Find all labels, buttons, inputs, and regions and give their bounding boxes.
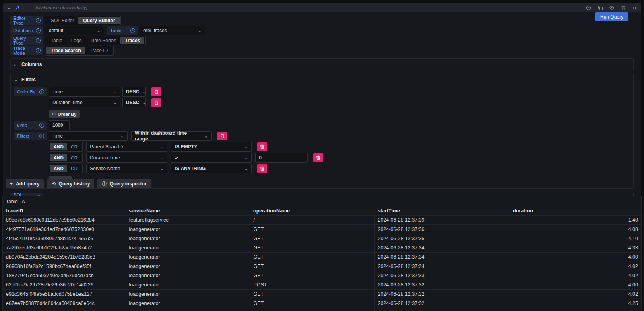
filter-operator-select[interactable]: Within dashboard time range⌄ — [131, 131, 212, 141]
hide-response-eye-icon[interactable] — [609, 5, 615, 10]
chevron-right-icon: › — [14, 62, 18, 67]
remove-query-trash-icon[interactable] — [621, 5, 626, 10]
filter-value-input[interactable]: 0 — [255, 153, 308, 163]
trace-mode-trace-id[interactable]: Trace ID — [85, 47, 113, 54]
trace-id-cell[interactable]: db9704a2bbda34204d159c71b78283e3 — [3, 253, 126, 262]
editor-type-query-builder[interactable]: Query Builder — [78, 17, 119, 24]
query-type-row: Query Type i Table Logs Time Series Trac… — [10, 36, 634, 45]
remove-order-by-button[interactable] — [151, 98, 161, 107]
duration-cell: 1.40 — [510, 216, 641, 225]
filters-section-header[interactable]: ⌄ Filters — [14, 76, 630, 83]
chevron-down-icon: ⌄ — [244, 156, 248, 159]
columns-section-header[interactable]: › Columns — [14, 61, 630, 68]
info-icon[interactable]: i — [36, 48, 41, 53]
order-by-direction-select[interactable]: DESC⌄ — [122, 98, 146, 107]
table-row: 89dc7e8c6060c0d12de7e9b50c216284featuref… — [3, 216, 641, 225]
filter-field-select[interactable]: Parent Span ID⌄ — [86, 142, 167, 152]
collapse-chevron-icon[interactable]: ⌄ — [7, 5, 11, 10]
add-query-button[interactable]: + Add query — [6, 179, 44, 188]
trace-id-cell[interactable]: 62df1ec9a29728c9e29536c20d140226 — [3, 280, 126, 290]
database-select[interactable]: default⌄ — [45, 26, 104, 35]
remove-filter-button[interactable] — [313, 153, 323, 162]
trace-id-cell[interactable]: e91c3645f04fa5e58adcd0758e1ea127 — [3, 290, 126, 299]
query-inspector-button[interactable]: ⓘ Query inspector — [97, 179, 151, 188]
start-time-cell: 2024-06-28 12:37:34 — [374, 253, 510, 262]
operation-name-cell: GET — [250, 271, 374, 280]
info-icon[interactable]: i — [130, 28, 135, 33]
trace-id-cell[interactable]: 4f45c21918c73698057a8b1c741657c6 — [3, 234, 126, 243]
plus-circle-icon: ⊕ — [52, 111, 56, 117]
column-header-servicename[interactable]: serviceName — [126, 206, 250, 216]
or-option[interactable]: OR — [67, 143, 81, 150]
results-table-panel: Table - A traceID serviceName operationN… — [2, 196, 642, 311]
query-type-traces[interactable]: Traces — [120, 37, 144, 44]
filter-row-duration: AND OR Duration Time⌄ >⌄ 0 — [14, 153, 630, 163]
filter-field-select[interactable]: Service Name⌄ — [86, 164, 167, 173]
trace-id-cell[interactable] — [3, 308, 126, 311]
query-history-button[interactable]: ⟲ Query history — [47, 179, 94, 188]
table-select[interactable]: otel_traces⌄ — [140, 26, 205, 35]
editor-type-label: Editor Type i — [10, 16, 43, 25]
chevron-down-icon: ⌄ — [113, 101, 117, 104]
help-icon[interactable] — [586, 5, 591, 10]
start-time-cell: 2024-06-28 12:37:36 — [374, 225, 510, 234]
or-option[interactable]: OR — [67, 154, 81, 161]
table-row: e91c3645f04fa5e58adcd0758e1ea127loadgene… — [3, 290, 641, 299]
and-option[interactable]: AND — [50, 165, 67, 172]
filter-operator-select[interactable]: >⌄ — [171, 153, 252, 163]
operation-name-cell — [250, 308, 374, 311]
table-row: 4f497571a618e364ed7ded60752030e0loadgene… — [3, 225, 641, 234]
info-icon[interactable]: i — [36, 38, 41, 43]
info-icon[interactable]: i — [39, 134, 44, 138]
start-time-cell: 2024-06-28 12:37:35 — [374, 234, 510, 243]
trace-id-cell[interactable]: 7a2f07ecf63c60b1029ab2ac155874a2 — [3, 243, 126, 253]
and-option[interactable]: AND — [50, 154, 67, 161]
query-type-table[interactable]: Table — [46, 37, 67, 44]
duration-cell: 4.02 — [510, 271, 641, 280]
info-icon[interactable]: i — [36, 28, 41, 33]
column-header-starttime[interactable]: startTime — [374, 206, 510, 216]
column-header-traceid[interactable]: traceID — [3, 206, 126, 216]
trace-id-cell[interactable]: 96968b10fa2b2c1590bc67dea06ef35f — [3, 262, 126, 271]
column-header-operationname[interactable]: operationName — [250, 206, 374, 216]
or-option[interactable]: OR — [67, 165, 81, 172]
operation-name-cell: GET — [250, 253, 374, 262]
filter-row-service-name: AND OR Service Name⌄ IS ANYTHING⌄ — [14, 164, 630, 173]
add-order-by-button[interactable]: ⊕ Order By — [49, 110, 80, 118]
results-tbody: 89dc7e8c6060c0d12de7e9b50c216284featuref… — [3, 216, 641, 311]
filter-operator-select[interactable]: IS EMPTY⌄ — [171, 142, 252, 152]
query-type-logs[interactable]: Logs — [67, 37, 86, 44]
duplicate-query-icon[interactable] — [597, 5, 603, 10]
trash-icon — [220, 134, 225, 138]
filter-field-select[interactable]: Time⌄ — [49, 131, 128, 141]
filter-field-select[interactable]: Duration Time⌄ — [86, 153, 167, 163]
remove-filter-button[interactable] — [257, 164, 267, 173]
order-by-direction-select[interactable]: DESC⌄ — [122, 87, 146, 97]
filter-operator-select[interactable]: IS ANYTHING⌄ — [171, 164, 252, 173]
trace-id-cell[interactable]: 4f497571a618e364ed7ded60752030e0 — [3, 225, 126, 234]
order-by-field-select[interactable]: Duration Time⌄ — [49, 98, 120, 107]
order-by-field-select[interactable]: Time⌄ — [49, 87, 120, 97]
service-name-cell: loadgenerator — [126, 271, 250, 280]
column-header-duration[interactable]: duration — [510, 206, 641, 216]
remove-order-by-button[interactable] — [151, 87, 161, 96]
and-option[interactable]: AND — [50, 143, 67, 150]
remove-filter-button[interactable] — [217, 132, 227, 140]
editor-type-sql-editor[interactable]: SQL Editor — [46, 17, 78, 24]
trace-mode-trace-search[interactable]: Trace Search — [46, 47, 85, 54]
remove-filter-button[interactable] — [257, 142, 267, 151]
plus-icon: + — [10, 181, 13, 187]
table-row: 96968b10fa2b2c1590bc67dea06ef35floadgene… — [3, 262, 641, 271]
time-filter-row: Filters i Time⌄ Within dashboard time ra… — [14, 131, 630, 141]
bool-operator-group: AND OR — [49, 153, 83, 163]
trace-id-cell[interactable]: 89dc7e8c6060c0d12de7e9b50c216284 — [3, 216, 126, 225]
table-row: 62df1ec9a29728c9e29536c20d140226loadgene… — [3, 280, 641, 290]
info-icon[interactable]: i — [39, 89, 44, 94]
info-icon[interactable]: i — [36, 18, 41, 23]
trace-id-cell[interactable]: 1887794f7eaa6037d0e2a4579bcd7acb — [3, 271, 126, 280]
trace-id-cell[interactable]: e67ee7b53870d4c864ca50409ca0e64c — [3, 299, 126, 308]
query-type-time-series[interactable]: Time Series — [86, 37, 121, 44]
drag-handle-icon[interactable]: ⠿ — [632, 5, 637, 11]
info-icon[interactable]: i — [39, 123, 44, 128]
limit-input[interactable]: 1000 — [49, 120, 70, 130]
